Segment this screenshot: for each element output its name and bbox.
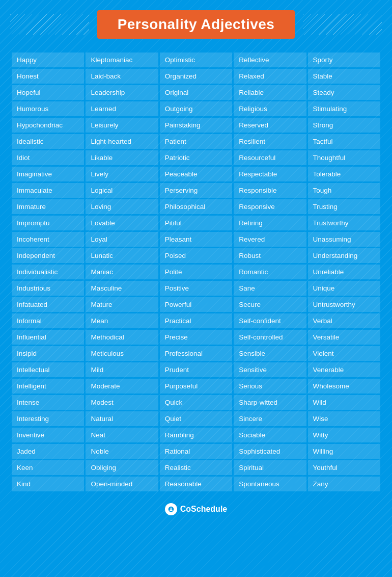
list-item: Lovable [86, 216, 158, 230]
table-row: KeenObligingRealisticSpiritualYouthful [12, 460, 380, 475]
table-row: InfluentialMethodicalPreciseSelf-control… [12, 330, 380, 345]
list-item: Precise [160, 330, 232, 345]
list-item: Sociable [234, 428, 306, 442]
list-item: Modest [86, 395, 158, 410]
list-item: Purposeful [160, 379, 232, 394]
list-item: Thoughtful [308, 150, 380, 165]
header: Personality Adjectives [10, 10, 382, 39]
list-item: Sensitive [234, 362, 306, 377]
list-item: Zany [308, 477, 380, 491]
list-item: Professional [160, 346, 232, 361]
list-item: Untrustworthy [308, 297, 380, 312]
list-item: Lunatic [86, 248, 158, 263]
list-item: Loyal [86, 232, 158, 247]
list-item: Secure [234, 297, 306, 312]
list-item: Inventive [12, 428, 84, 442]
list-item: Pitiful [160, 216, 232, 230]
list-item: Light-hearted [86, 134, 158, 149]
table-row: IntellectualMildPrudentSensitiveVenerabl… [12, 362, 380, 377]
list-item: Interesting [12, 411, 84, 426]
list-item: Responsive [234, 199, 306, 214]
table-row: HypochondriacLeisurelyPainstakingReserve… [12, 118, 380, 133]
list-item: Jaded [12, 444, 84, 459]
coschedule-icon [165, 503, 177, 515]
list-item: Positive [160, 281, 232, 296]
table-row: IntenseModestQuickSharp-wittedWild [12, 395, 380, 410]
brand-logo: CoSchedule [165, 503, 227, 515]
list-item: Willing [308, 444, 380, 459]
list-item: Logical [86, 183, 158, 198]
list-item: Polite [160, 265, 232, 279]
brand-name: CoSchedule [180, 505, 227, 514]
table-row: IndividualisticManiacPoliteRomanticUnrel… [12, 265, 380, 279]
list-item: Verbal [308, 313, 380, 328]
list-item: Witty [308, 428, 380, 442]
list-item: Patient [160, 134, 232, 149]
list-item: Keen [12, 460, 84, 475]
list-item: Tough [308, 183, 380, 198]
list-item: Leadership [86, 85, 158, 100]
list-item: Masculine [86, 281, 158, 296]
list-item: Self-confident [234, 313, 306, 328]
list-item: Likable [86, 150, 158, 165]
list-item: Meticulous [86, 346, 158, 361]
list-item: Hopeful [12, 85, 84, 100]
list-item: Idealistic [12, 134, 84, 149]
list-item: Independent [12, 248, 84, 263]
list-item: Rambling [160, 428, 232, 442]
table-row: IntelligentModeratePurposefulSeriousWhol… [12, 379, 380, 394]
list-item: Quiet [160, 411, 232, 426]
list-item: Religious [234, 101, 306, 116]
list-item: Poised [160, 248, 232, 263]
list-item: Honest [12, 69, 84, 84]
list-item: Immature [12, 199, 84, 214]
table-row: InformalMeanPracticalSelf-confidentVerba… [12, 313, 380, 328]
list-item: Maniac [86, 265, 158, 279]
list-item: Open-minded [86, 477, 158, 491]
list-item: Happy [12, 53, 84, 67]
list-item: Infatuated [12, 297, 84, 312]
list-item: Sane [234, 281, 306, 296]
list-item: Robust [234, 248, 306, 263]
page-title: Personality Adjectives [118, 16, 275, 33]
list-item: Influential [12, 330, 84, 345]
table-row: InventiveNeatRamblingSociableWitty [12, 428, 380, 442]
list-item: Organized [160, 69, 232, 84]
table-row: ImmaculateLogicalPerservingResponsibleTo… [12, 183, 380, 198]
list-item: Reasonable [160, 477, 232, 491]
list-item: Kind [12, 477, 84, 491]
table-row: JadedNobleRationalSophisticatedWilling [12, 444, 380, 459]
adjectives-table: HappyKleptomaniacOptimisticReflectiveSpo… [10, 51, 382, 493]
list-item: Sincere [234, 411, 306, 426]
header-lines-left [10, 14, 89, 35]
list-item: Tactful [308, 134, 380, 149]
table-row: IdealisticLight-heartedPatientResilientT… [12, 134, 380, 149]
list-item: Practical [160, 313, 232, 328]
list-item: Painstaking [160, 118, 232, 133]
table-row: HumorousLearnedOutgoingReligiousStimulat… [12, 101, 380, 116]
list-item: Unreliable [308, 265, 380, 279]
list-item: Imaginative [12, 167, 84, 181]
list-item: Resourceful [234, 150, 306, 165]
list-item: Sensible [234, 346, 306, 361]
list-item: Moderate [86, 379, 158, 394]
list-item: Loving [86, 199, 158, 214]
list-item: Romantic [234, 265, 306, 279]
list-item: Lively [86, 167, 158, 181]
list-item: Reserved [234, 118, 306, 133]
list-item: Neat [86, 428, 158, 442]
list-item: Reliable [234, 85, 306, 100]
list-item: Venerable [308, 362, 380, 377]
list-item: Idiot [12, 150, 84, 165]
table-row: KindOpen-mindedReasonableSpontaneousZany [12, 477, 380, 491]
list-item: Hypochondriac [12, 118, 84, 133]
list-item: Intelligent [12, 379, 84, 394]
list-item: Stable [308, 69, 380, 84]
list-item: Peaceable [160, 167, 232, 181]
list-item: Violent [308, 346, 380, 361]
list-item: Wild [308, 395, 380, 410]
list-item: Informal [12, 313, 84, 328]
list-item: Sophisticated [234, 444, 306, 459]
list-item: Outgoing [160, 101, 232, 116]
list-item: Learned [86, 101, 158, 116]
